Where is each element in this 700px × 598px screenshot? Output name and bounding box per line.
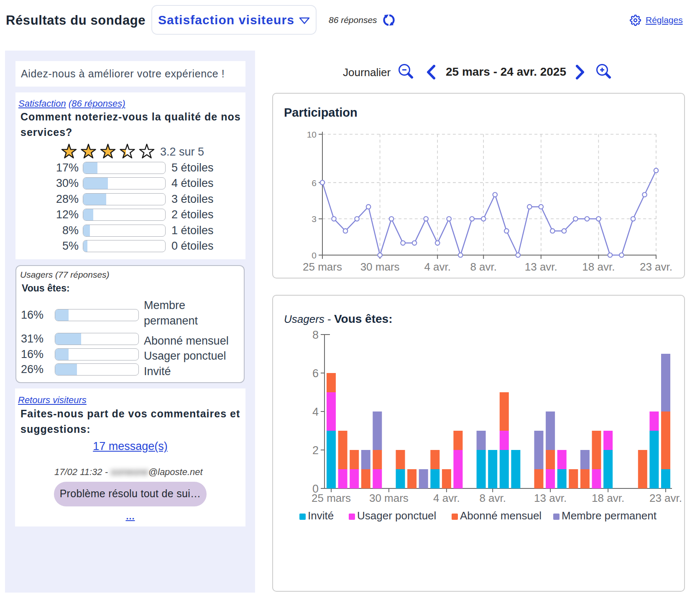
svg-text:30 mars: 30 mars — [369, 492, 409, 504]
svg-text:13 avr.: 13 avr. — [525, 261, 557, 273]
svg-text:8 avr.: 8 avr. — [479, 492, 506, 504]
svg-text:4 avr.: 4 avr. — [433, 492, 460, 504]
svg-text:8: 8 — [312, 329, 319, 341]
svg-text:Membre permanent: Membre permanent — [562, 509, 657, 522]
svg-text:18 avr.: 18 avr. — [592, 492, 624, 504]
svg-text:25 mars: 25 mars — [312, 492, 351, 504]
svg-text:30 mars: 30 mars — [360, 261, 400, 273]
svg-text:3: 3 — [312, 214, 317, 224]
svg-text:4 avr.: 4 avr. — [424, 261, 451, 273]
svg-text:13 avr.: 13 avr. — [534, 492, 567, 504]
svg-text:4: 4 — [312, 406, 319, 418]
svg-text:23 avr.: 23 avr. — [649, 492, 682, 504]
svg-text:0: 0 — [312, 250, 317, 260]
svg-text:8 avr.: 8 avr. — [470, 261, 497, 273]
svg-text:18 avr.: 18 avr. — [582, 261, 615, 273]
svg-text:Usager ponctuel: Usager ponctuel — [357, 509, 436, 522]
svg-text:6: 6 — [312, 367, 319, 380]
svg-text:23 avr.: 23 avr. — [640, 261, 672, 273]
svg-text:2: 2 — [312, 444, 319, 457]
svg-text:Abonné mensuel: Abonné mensuel — [460, 509, 542, 522]
svg-text:6: 6 — [312, 178, 317, 188]
svg-text:Invité: Invité — [308, 509, 334, 522]
svg-text:10: 10 — [307, 130, 317, 139]
svg-text:25 mars: 25 mars — [303, 261, 342, 273]
